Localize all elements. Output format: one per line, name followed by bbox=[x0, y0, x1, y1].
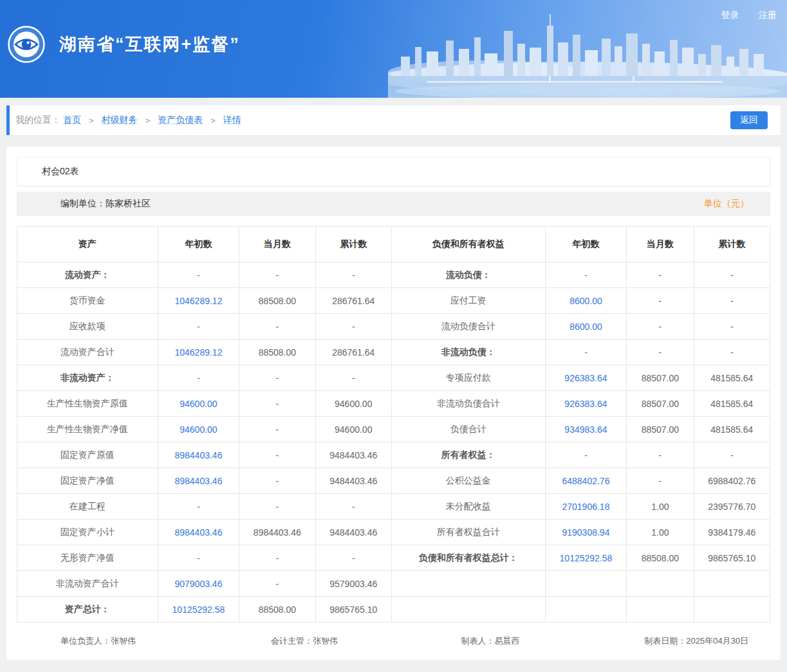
label-cell: 非流动负债： bbox=[391, 340, 545, 365]
value-link-cell[interactable]: 8600.00 bbox=[545, 288, 626, 314]
value-cell: - bbox=[239, 262, 315, 288]
value-link-cell[interactable]: 8984403.46 bbox=[158, 442, 239, 468]
value-cell: - bbox=[627, 288, 694, 314]
value-link-cell[interactable]: - bbox=[158, 365, 239, 391]
value-link-cell[interactable]: 10125292.58 bbox=[545, 545, 626, 571]
breadcrumb-link[interactable]: 村级财务 bbox=[102, 114, 138, 126]
value-cell: 481585.64 bbox=[694, 365, 770, 391]
table-row: 资产总计：10125292.5888508.009865765.10 bbox=[17, 597, 770, 622]
value-link-cell[interactable]: 9190308.94 bbox=[545, 520, 626, 545]
label-cell: 生产性生物资产原值 bbox=[17, 391, 158, 417]
value-link-cell[interactable]: 8600.00 bbox=[545, 314, 626, 340]
value-link-cell[interactable]: - bbox=[158, 314, 239, 340]
site-header: 登录 注册 湖南省“互联网+监督” bbox=[0, 0, 787, 98]
value-link-cell[interactable]: - bbox=[158, 494, 239, 520]
value-cell: 9484403.46 bbox=[315, 520, 391, 545]
value-cell: - bbox=[239, 391, 315, 417]
value-cell: 88508.00 bbox=[239, 597, 315, 622]
label-cell: 负债和所有者权益总计： bbox=[391, 545, 545, 571]
back-button[interactable]: 返回 bbox=[730, 111, 768, 129]
value-cell bbox=[694, 571, 770, 597]
label-cell: 资产总计： bbox=[17, 597, 158, 622]
value-cell: 9384179.46 bbox=[694, 520, 770, 545]
table-row: 流动资产合计1046289.1288508.00286761.64非流动负债：-… bbox=[17, 340, 770, 365]
label-cell: 未分配收益 bbox=[391, 494, 545, 520]
login-link[interactable]: 登录 bbox=[721, 10, 739, 20]
breadcrumb-link[interactable]: 详情 bbox=[223, 114, 241, 126]
value-link-cell[interactable]: - bbox=[545, 340, 626, 365]
breadcrumb-separator: > bbox=[89, 116, 94, 125]
value-cell: - bbox=[239, 468, 315, 494]
value-cell: - bbox=[239, 365, 315, 391]
value-cell: 88507.00 bbox=[627, 365, 694, 391]
value-link-cell[interactable]: 934983.64 bbox=[545, 417, 626, 442]
value-link-cell[interactable]: 8984403.46 bbox=[158, 468, 239, 494]
value-cell: 9865765.10 bbox=[315, 597, 391, 622]
value-cell: - bbox=[694, 442, 770, 468]
label-cell: 所有者权益： bbox=[391, 442, 545, 468]
value-cell: 2395776.70 bbox=[694, 494, 770, 520]
register-link[interactable]: 注册 bbox=[759, 10, 777, 20]
breadcrumb-links: 首页>村级财务>资产负债表>详情 bbox=[60, 114, 244, 126]
currency-unit-label: 单位（元） bbox=[704, 198, 749, 210]
label-cell: 非流动资产合计 bbox=[17, 571, 158, 597]
table-row: 无形资产净值---负债和所有者权益总计：10125292.5888508.009… bbox=[17, 545, 770, 571]
value-link-cell[interactable]: 6488402.76 bbox=[545, 468, 626, 494]
value-cell: - bbox=[627, 340, 694, 365]
table-row: 生产性生物资产原值94600.00-94600.00非流动负债合计926383.… bbox=[17, 391, 770, 417]
value-link-cell[interactable]: 94600.00 bbox=[158, 417, 239, 442]
value-cell: 9579003.46 bbox=[315, 571, 391, 597]
value-cell: - bbox=[627, 314, 694, 340]
label-cell: 所有者权益合计 bbox=[391, 520, 545, 545]
value-link-cell[interactable]: - bbox=[158, 545, 239, 571]
value-cell: - bbox=[315, 545, 391, 571]
label-cell: 固定资产原值 bbox=[17, 442, 158, 468]
label-cell: 固定资产净值 bbox=[17, 468, 158, 494]
value-cell bbox=[545, 597, 626, 622]
label-cell: 无形资产净值 bbox=[17, 545, 158, 571]
value-link-cell[interactable]: 926383.64 bbox=[545, 365, 626, 391]
report-card: 村会02表 编制单位：陈家桥社区 单位（元） 资产年初数当月数累计数负债和所有者… bbox=[6, 147, 781, 660]
value-link-cell[interactable]: - bbox=[158, 262, 239, 288]
label-cell: 应付工资 bbox=[391, 288, 545, 314]
value-cell: - bbox=[239, 571, 315, 597]
value-link-cell[interactable]: 1046289.12 bbox=[158, 288, 239, 314]
breadcrumb-link[interactable]: 资产负债表 bbox=[158, 114, 203, 126]
signature-row: 单位负责人：张智伟会计主管：张智伟制表人：易晨西制表日期：2025年04月30日 bbox=[17, 622, 770, 660]
label-cell: 公积公益金 bbox=[391, 468, 545, 494]
table-row: 货币资金1046289.1288508.00286761.64应付工资8600.… bbox=[17, 288, 770, 314]
value-cell bbox=[627, 597, 694, 622]
value-link-cell[interactable]: 8984403.46 bbox=[158, 520, 239, 545]
value-cell: 94600.00 bbox=[315, 391, 391, 417]
value-link-cell[interactable]: 2701906.18 bbox=[545, 494, 626, 520]
value-cell: - bbox=[315, 365, 391, 391]
value-link-cell[interactable]: - bbox=[545, 442, 626, 468]
value-cell: 1.00 bbox=[627, 520, 694, 545]
value-cell bbox=[627, 571, 694, 597]
column-header: 年初数 bbox=[158, 227, 239, 262]
value-cell: 9865765.10 bbox=[694, 545, 770, 571]
account-links: 登录 注册 bbox=[705, 9, 777, 21]
value-link-cell[interactable]: 10125292.58 bbox=[158, 597, 239, 622]
value-cell: - bbox=[315, 494, 391, 520]
label-cell: 负债合计 bbox=[391, 417, 545, 442]
brand: 湖南省“互联网+监督” bbox=[8, 26, 240, 63]
label-cell: 流动负债合计 bbox=[391, 314, 545, 340]
breadcrumb: 我的位置： 首页>村级财务>资产负债表>详情 返回 bbox=[6, 105, 781, 135]
value-cell: - bbox=[315, 262, 391, 288]
report-meta-bar: 编制单位：陈家桥社区 单位（元） bbox=[17, 192, 770, 216]
value-cell: - bbox=[627, 442, 694, 468]
value-link-cell[interactable]: 9079003.46 bbox=[158, 571, 239, 597]
label-cell: 非流动负债合计 bbox=[391, 391, 545, 417]
value-cell: 94600.00 bbox=[315, 417, 391, 442]
value-link-cell[interactable]: 94600.00 bbox=[158, 391, 239, 417]
label-cell: 专项应付款 bbox=[391, 365, 545, 391]
value-link-cell[interactable]: 1046289.12 bbox=[158, 340, 239, 365]
label-cell: 生产性生物资产净值 bbox=[17, 417, 158, 442]
value-link-cell[interactable]: 926383.64 bbox=[545, 391, 626, 417]
value-cell: - bbox=[239, 442, 315, 468]
value-cell: - bbox=[239, 545, 315, 571]
value-link-cell[interactable]: - bbox=[545, 262, 626, 288]
report-title: 村会02表 bbox=[17, 157, 770, 186]
breadcrumb-link[interactable]: 首页 bbox=[63, 114, 81, 126]
